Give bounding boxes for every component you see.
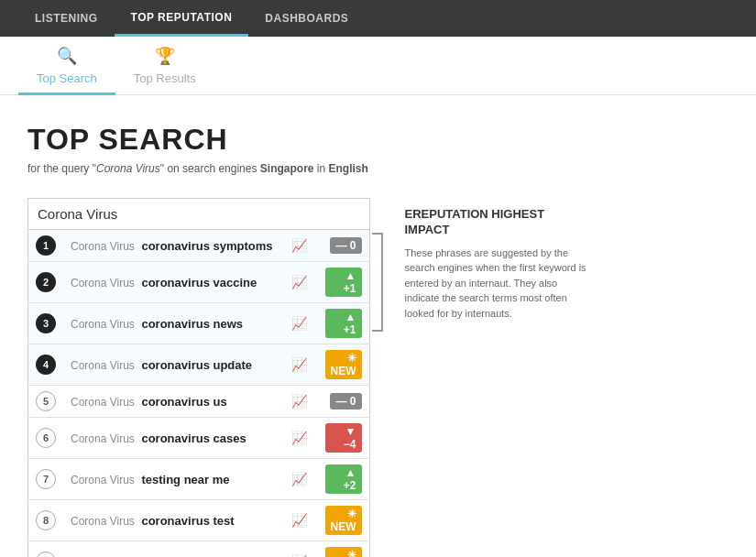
chart-cell[interactable]: 📈: [280, 230, 318, 262]
badge-cell: ✳ NEW: [318, 500, 370, 541]
row-number: 1: [36, 235, 56, 256]
search-box-wrapper: [27, 198, 370, 230]
row-number-cell: 9: [28, 541, 64, 558]
trend-chart-icon: 📈: [288, 314, 311, 333]
keyword-base: Corona Virus: [71, 359, 135, 372]
keyword-base: Corona Virus: [71, 432, 135, 445]
search-input[interactable]: [38, 206, 360, 222]
keyword-cell: Corona Virus coronavirus cases: [63, 418, 280, 459]
keyword-term: coronavirus vaccine: [141, 276, 257, 289]
keyword-cell: Corona Virus coronavirus vaccine: [63, 262, 280, 303]
badge-cell: — 0: [318, 230, 370, 262]
keyword-cell: Corona Virus coronavirus test: [63, 500, 280, 541]
keyword-base: Corona Virus: [71, 396, 135, 409]
trend-chart-icon: 📈: [288, 552, 311, 557]
row-number: 2: [36, 272, 56, 292]
row-number: 7: [36, 469, 56, 489]
row-number: 3: [36, 313, 56, 333]
row-number: 9: [36, 552, 56, 557]
chart-cell[interactable]: 📈: [280, 344, 318, 386]
subtitle-in: in: [313, 162, 328, 175]
keyword-cell: Corona Virus coronavirus uk: [63, 541, 280, 558]
row-number: 6: [36, 428, 56, 448]
trend-chart-icon: 📈: [288, 470, 311, 488]
keyword-base: Corona Virus: [71, 515, 135, 528]
badge-cell: ▲ +1: [318, 262, 370, 303]
change-badge: ▲ +2: [325, 464, 362, 494]
bracket: [372, 233, 387, 332]
page-title: TOP SEARCH: [27, 123, 729, 157]
chart-cell[interactable]: 📈: [280, 500, 318, 541]
row-number-cell: 2: [28, 262, 64, 303]
row-number-cell: 8: [28, 500, 64, 541]
keyword-term: coronavirus symptoms: [141, 239, 272, 253]
nav-item-top-reputation[interactable]: TOP REPUTATION: [115, 0, 249, 37]
chart-cell[interactable]: 📈: [280, 418, 318, 459]
row-number-cell: 1: [28, 230, 64, 262]
subnav-top-results-label: Top Results: [134, 71, 196, 85]
change-badge: ✳ NEW: [325, 506, 362, 535]
row-number: 8: [36, 510, 56, 530]
subtitle-pre: for the query ": [27, 162, 96, 175]
chart-cell[interactable]: 📈: [280, 303, 318, 344]
keyword-cell: Corona Virus coronavirus symptoms: [63, 230, 280, 262]
keyword-base: Corona Virus: [71, 474, 135, 486]
trend-chart-icon: 📈: [288, 429, 311, 447]
row-number-cell: 3: [28, 303, 64, 344]
chart-cell[interactable]: 📈: [280, 386, 318, 418]
chart-cell[interactable]: 📈: [280, 262, 318, 303]
row-number: 5: [36, 391, 56, 411]
chart-cell[interactable]: 📈: [280, 541, 318, 558]
sidebar-info-text: These phrases are suggested by the searc…: [405, 246, 588, 322]
keyword-cell: Corona Virus coronavirus update: [63, 344, 280, 386]
badge-cell: ▲ +2: [318, 459, 370, 500]
results-table: 1Corona Virus coronavirus symptoms📈— 02C…: [27, 230, 370, 557]
chart-cell[interactable]: 📈: [280, 459, 318, 500]
keyword-term: coronavirus news: [141, 317, 243, 331]
badge-cell: ✳ NEW: [318, 541, 370, 558]
subnav-top-search[interactable]: 🔍 Top Search: [18, 37, 115, 95]
keyword-term: coronavirus update: [141, 358, 252, 372]
row-number-cell: 4: [28, 344, 64, 386]
page-content: TOP SEARCH for the query "Corona Virus" …: [0, 95, 756, 557]
badge-cell: ✳ NEW: [318, 344, 370, 386]
change-badge: ✳ NEW: [325, 350, 362, 379]
keyword-base: Corona Virus: [71, 277, 135, 289]
badge-cell: ▼ −4: [318, 418, 370, 459]
subnav-top-search-label: Top Search: [37, 71, 97, 85]
row-number-cell: 7: [28, 459, 64, 500]
sub-nav: 🔍 Top Search 🏆 Top Results: [0, 37, 756, 95]
row-number: 4: [36, 355, 56, 375]
change-badge: — 0: [330, 393, 361, 410]
trend-chart-icon: 📈: [288, 511, 311, 530]
nav-item-dashboards[interactable]: DASHBOARDS: [248, 0, 365, 37]
search-table-area: 1Corona Virus coronavirus symptoms📈— 02C…: [27, 198, 370, 557]
change-badge: ✳ NEW: [325, 547, 362, 557]
subnav-top-results[interactable]: 🏆 Top Results: [115, 37, 214, 95]
trophy-icon: 🏆: [155, 46, 175, 66]
keyword-term: coronavirus test: [141, 514, 234, 528]
subtitle-query: Corona Virus: [96, 162, 160, 175]
trend-chart-icon: 📈: [288, 236, 311, 255]
row-number-cell: 6: [28, 418, 64, 459]
keyword-cell: Corona Virus coronavirus us: [63, 386, 280, 418]
page-subtitle: for the query "Corona Virus" on search e…: [27, 162, 729, 175]
subtitle-mid: " on search engines: [160, 162, 260, 175]
subtitle-location: Singapore: [260, 162, 314, 175]
main-layout: 1Corona Virus coronavirus symptoms📈— 02C…: [27, 198, 729, 557]
keyword-cell: Corona Virus coronavirus news: [63, 303, 280, 344]
change-badge: ▲ +1: [325, 268, 362, 297]
keyword-term: coronavirus us: [141, 395, 226, 409]
trend-chart-icon: 📈: [288, 273, 311, 291]
keyword-term: coronavirus cases: [141, 431, 246, 445]
top-nav: LISTENING TOP REPUTATION DASHBOARDS: [0, 0, 756, 37]
change-badge: ▲ +1: [325, 309, 362, 338]
keyword-cell: Corona Virus testing near me: [63, 459, 280, 500]
keyword-term: testing near me: [141, 473, 229, 486]
nav-item-listening[interactable]: LISTENING: [18, 0, 115, 37]
badge-cell: — 0: [318, 386, 370, 418]
table-with-bracket: 1Corona Virus coronavirus symptoms📈— 02C…: [27, 198, 387, 557]
sidebar-info: EREPUTATION HIGHEST IMPACT These phrases…: [405, 198, 588, 321]
change-badge: ▼ −4: [325, 423, 362, 453]
change-badge: — 0: [330, 237, 361, 254]
